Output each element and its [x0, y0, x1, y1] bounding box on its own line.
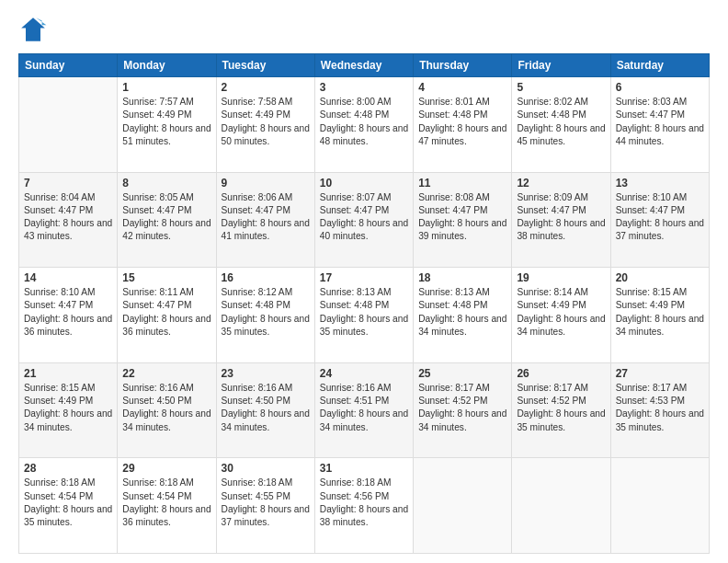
sunrise: Sunrise: 8:18 AM — [122, 477, 210, 489]
day-number: 6 — [616, 81, 704, 94]
day-info: Sunrise: 8:13 AM Sunset: 4:48 PM Dayligh… — [320, 286, 408, 339]
day-number: 25 — [418, 367, 506, 380]
sunrise: Sunrise: 8:10 AM — [616, 191, 704, 204]
day-cell: 13 Sunrise: 8:10 AM Sunset: 4:47 PM Dayl… — [610, 172, 709, 268]
day-cell: 4 Sunrise: 8:01 AM Sunset: 4:48 PM Dayli… — [414, 77, 512, 173]
sunset: Sunset: 4:49 PM — [24, 395, 112, 408]
sunset: Sunset: 4:51 PM — [320, 395, 408, 408]
daylight: Daylight: 8 hours and 50 minutes. — [222, 122, 310, 149]
sunrise: Sunrise: 8:16 AM — [122, 382, 210, 395]
weekday-header-row: SundayMondayTuesdayWednesdayThursdayFrid… — [19, 54, 710, 77]
day-cell: 14 Sunrise: 8:10 AM Sunset: 4:47 PM Dayl… — [19, 268, 118, 363]
sunrise: Sunrise: 8:06 AM — [222, 191, 310, 204]
sunset: Sunset: 4:50 PM — [122, 395, 210, 408]
sunset: Sunset: 4:47 PM — [616, 204, 704, 217]
day-info: Sunrise: 8:05 AM Sunset: 4:47 PM Dayligh… — [122, 191, 210, 244]
day-number: 9 — [222, 177, 310, 190]
day-number: 10 — [320, 177, 408, 190]
week-row-2: 7 Sunrise: 8:04 AM Sunset: 4:47 PM Dayli… — [19, 172, 710, 268]
day-cell: 2 Sunrise: 7:58 AM Sunset: 4:49 PM Dayli… — [216, 77, 314, 173]
day-cell: 20 Sunrise: 8:15 AM Sunset: 4:49 PM Dayl… — [610, 268, 709, 363]
sunset: Sunset: 4:55 PM — [222, 490, 310, 503]
day-info: Sunrise: 8:15 AM Sunset: 4:49 PM Dayligh… — [616, 286, 704, 339]
day-info: Sunrise: 8:00 AM Sunset: 4:48 PM Dayligh… — [320, 96, 408, 148]
day-info: Sunrise: 8:18 AM Sunset: 4:54 PM Dayligh… — [24, 477, 112, 529]
day-info: Sunrise: 8:02 AM Sunset: 4:48 PM Dayligh… — [517, 96, 605, 148]
day-number: 29 — [122, 462, 210, 475]
daylight: Daylight: 8 hours and 35 minutes. — [517, 408, 605, 434]
day-info: Sunrise: 8:04 AM Sunset: 4:47 PM Dayligh… — [24, 191, 112, 244]
sunrise: Sunrise: 8:13 AM — [320, 286, 408, 299]
day-number: 21 — [24, 367, 112, 380]
sunset: Sunset: 4:50 PM — [222, 395, 310, 408]
sunrise: Sunrise: 8:16 AM — [222, 382, 310, 395]
day-number: 17 — [320, 271, 408, 284]
day-cell: 23 Sunrise: 8:16 AM Sunset: 4:50 PM Dayl… — [216, 362, 314, 458]
sunrise: Sunrise: 8:18 AM — [222, 477, 310, 489]
sunrise: Sunrise: 8:17 AM — [616, 382, 704, 395]
daylight: Daylight: 8 hours and 34 minutes. — [222, 408, 310, 434]
daylight: Daylight: 8 hours and 47 minutes. — [418, 122, 506, 149]
day-cell: 24 Sunrise: 8:16 AM Sunset: 4:51 PM Dayl… — [314, 362, 413, 458]
sunset: Sunset: 4:47 PM — [320, 204, 408, 217]
daylight: Daylight: 8 hours and 35 minutes. — [222, 313, 310, 339]
daylight: Daylight: 8 hours and 34 minutes. — [418, 313, 506, 339]
day-number: 22 — [122, 367, 210, 380]
day-info: Sunrise: 8:16 AM Sunset: 4:50 PM Dayligh… — [222, 382, 310, 434]
day-number: 31 — [320, 462, 408, 475]
day-info: Sunrise: 8:17 AM Sunset: 4:52 PM Dayligh… — [517, 382, 605, 434]
day-cell: 21 Sunrise: 8:15 AM Sunset: 4:49 PM Dayl… — [19, 362, 118, 458]
weekday-header-saturday: Saturday — [610, 54, 709, 77]
day-cell — [19, 77, 118, 173]
weekday-header-wednesday: Wednesday — [314, 54, 413, 77]
daylight: Daylight: 8 hours and 34 minutes. — [517, 313, 605, 339]
day-cell: 27 Sunrise: 8:17 AM Sunset: 4:53 PM Dayl… — [610, 362, 709, 458]
day-number: 4 — [418, 81, 506, 94]
daylight: Daylight: 8 hours and 43 minutes. — [24, 217, 112, 244]
day-info: Sunrise: 8:13 AM Sunset: 4:48 PM Dayligh… — [418, 286, 506, 339]
sunset: Sunset: 4:47 PM — [616, 109, 704, 121]
day-info: Sunrise: 8:18 AM Sunset: 4:55 PM Dayligh… — [222, 477, 310, 529]
sunrise: Sunrise: 8:15 AM — [24, 382, 112, 395]
day-number: 30 — [222, 462, 310, 475]
logo-icon — [18, 15, 48, 44]
sunrise: Sunrise: 8:05 AM — [122, 191, 210, 204]
day-number: 18 — [418, 271, 506, 284]
day-cell: 28 Sunrise: 8:18 AM Sunset: 4:54 PM Dayl… — [19, 458, 118, 554]
day-number: 19 — [517, 271, 605, 284]
day-number: 26 — [517, 367, 605, 380]
week-row-4: 21 Sunrise: 8:15 AM Sunset: 4:49 PM Dayl… — [19, 362, 710, 458]
daylight: Daylight: 8 hours and 38 minutes. — [320, 503, 408, 530]
day-cell: 25 Sunrise: 8:17 AM Sunset: 4:52 PM Dayl… — [414, 362, 512, 458]
sunrise: Sunrise: 8:10 AM — [24, 286, 112, 299]
sunset: Sunset: 4:47 PM — [122, 299, 210, 312]
sunset: Sunset: 4:47 PM — [517, 204, 605, 217]
day-number: 7 — [24, 177, 112, 190]
day-cell: 9 Sunrise: 8:06 AM Sunset: 4:47 PM Dayli… — [216, 172, 314, 268]
weekday-header-tuesday: Tuesday — [216, 54, 314, 77]
day-cell: 22 Sunrise: 8:16 AM Sunset: 4:50 PM Dayl… — [118, 362, 216, 458]
day-info: Sunrise: 7:57 AM Sunset: 4:49 PM Dayligh… — [122, 96, 210, 148]
sunset: Sunset: 4:48 PM — [320, 299, 408, 312]
day-cell: 16 Sunrise: 8:12 AM Sunset: 4:48 PM Dayl… — [216, 268, 314, 363]
day-info: Sunrise: 8:18 AM Sunset: 4:54 PM Dayligh… — [122, 477, 210, 529]
day-number: 15 — [122, 271, 210, 284]
sunrise: Sunrise: 8:08 AM — [418, 191, 506, 204]
day-info: Sunrise: 8:18 AM Sunset: 4:56 PM Dayligh… — [320, 477, 408, 529]
sunset: Sunset: 4:48 PM — [320, 109, 408, 121]
day-number: 16 — [222, 271, 310, 284]
sunrise: Sunrise: 8:09 AM — [517, 191, 605, 204]
daylight: Daylight: 8 hours and 34 minutes. — [24, 408, 112, 434]
day-cell: 6 Sunrise: 8:03 AM Sunset: 4:47 PM Dayli… — [610, 77, 709, 173]
page: SundayMondayTuesdayWednesdayThursdayFrid… — [0, 0, 728, 563]
sunset: Sunset: 4:53 PM — [616, 395, 704, 408]
daylight: Daylight: 8 hours and 42 minutes. — [122, 217, 210, 244]
sunrise: Sunrise: 8:17 AM — [517, 382, 605, 395]
day-cell: 17 Sunrise: 8:13 AM Sunset: 4:48 PM Dayl… — [314, 268, 413, 363]
day-cell: 12 Sunrise: 8:09 AM Sunset: 4:47 PM Dayl… — [512, 172, 610, 268]
day-info: Sunrise: 8:12 AM Sunset: 4:48 PM Dayligh… — [222, 286, 310, 339]
day-cell — [610, 458, 709, 554]
day-number: 1 — [122, 81, 210, 94]
sunset: Sunset: 4:47 PM — [418, 204, 506, 217]
sunset: Sunset: 4:49 PM — [222, 109, 310, 121]
